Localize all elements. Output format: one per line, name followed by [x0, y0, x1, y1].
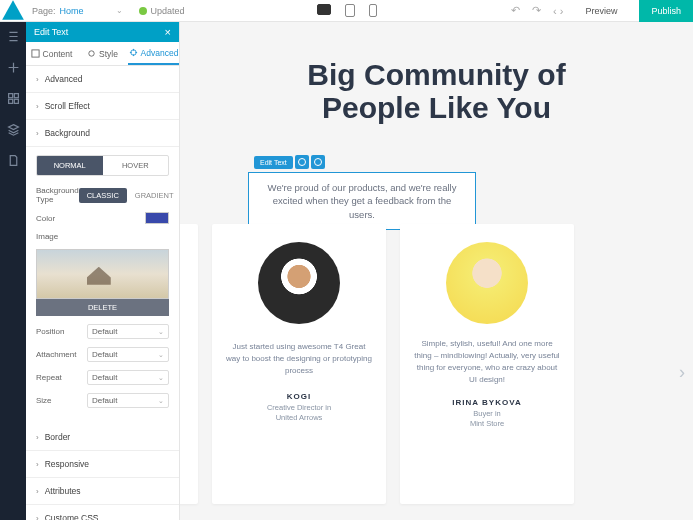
preview-button[interactable]: Preview	[575, 6, 627, 16]
testimonial-name: KOGI	[226, 392, 372, 401]
testimonial-name: NS	[180, 398, 184, 407]
position-select[interactable]: Default⌄	[87, 324, 169, 339]
section-custom-css[interactable]: ›Custome CSS	[26, 505, 179, 520]
tab-advanced[interactable]: Advanced	[128, 42, 179, 65]
left-rail	[0, 22, 26, 520]
testimonial-text: ers our design s to keep track of eryone…	[180, 338, 184, 386]
page-selector[interactable]: Page: Home ⌄	[26, 6, 129, 16]
section-responsive[interactable]: ›Responsive	[26, 451, 179, 478]
color-swatch[interactable]	[145, 212, 169, 224]
image-preview[interactable]	[36, 249, 169, 299]
gradient-button[interactable]: GRADIENT	[127, 188, 180, 203]
undo-icon[interactable]: ↶	[511, 4, 520, 17]
testimonial-role: Buyer in Mint Store	[414, 409, 560, 429]
repeat-label: Repeat	[36, 373, 62, 382]
tab-style[interactable]: Style	[77, 42, 128, 65]
app-logo[interactable]	[0, 0, 26, 22]
testimonial-text: Just started using awesome T4 Great way …	[226, 338, 372, 380]
panel-tabs: Content Style Advanced	[26, 42, 179, 66]
element-toolbar: Edit Text	[254, 155, 325, 169]
chevron-down-icon: ⌄	[158, 328, 164, 336]
repeat-select[interactable]: Default⌄	[87, 370, 169, 385]
chevron-down-icon: ⌄	[158, 351, 164, 359]
testimonial-card[interactable]: Just started using awesome T4 Great way …	[212, 224, 386, 504]
bgtype-label: Background Type	[36, 186, 79, 204]
desktop-device-button[interactable]	[317, 4, 331, 15]
grid-icon[interactable]	[7, 92, 20, 105]
svg-rect-3	[14, 99, 18, 103]
testimonial-card[interactable]: ers our design s to keep track of eryone…	[180, 224, 198, 504]
classic-button[interactable]: CLASSIC	[79, 188, 127, 203]
testimonial-text: Simple, stylish, useful! And one more th…	[414, 338, 560, 386]
svg-rect-4	[32, 50, 39, 57]
close-icon[interactable]: ×	[165, 26, 171, 38]
svg-rect-0	[8, 94, 12, 98]
background-controls: NORMAL HOVER Background Type CLASSIC GRA…	[26, 147, 179, 424]
tab-content[interactable]: Content	[26, 42, 77, 65]
publish-button[interactable]: Publish	[639, 0, 693, 22]
avatar	[258, 242, 340, 324]
edit-text-badge[interactable]: Edit Text	[254, 156, 293, 169]
testimonial-row: ers our design s to keep track of eryone…	[180, 224, 693, 520]
tablet-device-button[interactable]	[345, 4, 355, 17]
section-background[interactable]: ›Background	[26, 120, 179, 147]
section-advanced[interactable]: ›Advanced	[26, 66, 179, 93]
edit-panel: Edit Text × Content Style Advanced ›Adva…	[26, 22, 180, 520]
status-dot-icon	[139, 7, 147, 15]
element-options-icon[interactable]	[311, 155, 325, 169]
hover-state-button[interactable]: HOVER	[103, 156, 169, 175]
testimonial-name: IRINA BYKOVA	[414, 398, 560, 407]
selected-text-element[interactable]: We're proud of our products, and we're r…	[248, 172, 476, 230]
save-status: Updated	[139, 6, 185, 16]
image-label: Image	[36, 232, 58, 241]
layers-icon[interactable]	[7, 123, 20, 136]
device-switcher	[317, 4, 377, 17]
panel-title: Edit Text	[34, 27, 68, 37]
size-select[interactable]: Default⌄	[87, 393, 169, 408]
list-icon[interactable]	[7, 30, 20, 43]
element-drag-icon[interactable]	[295, 155, 309, 169]
history-nav-icon[interactable]: ‹ ›	[553, 5, 563, 17]
hero-title[interactable]: Big Community of People Like You	[200, 58, 673, 124]
avatar	[446, 242, 528, 324]
page-value: Home	[60, 6, 84, 16]
chevron-down-icon: ⌄	[158, 374, 164, 382]
svg-rect-2	[8, 99, 12, 103]
canvas[interactable]: Big Community of People Like You Edit Te…	[180, 22, 693, 520]
carousel-next-icon[interactable]: ›	[679, 362, 685, 383]
svg-rect-1	[14, 94, 18, 98]
svg-point-5	[89, 51, 94, 56]
testimonial-role: Creative Director in United Arrows	[226, 403, 372, 423]
page-label: Page:	[32, 6, 56, 16]
testimonial-card[interactable]: Simple, stylish, useful! And one more th…	[400, 224, 574, 504]
bgtype-pill: CLASSIC GRADIENT	[79, 188, 180, 203]
attachment-select[interactable]: Default⌄	[87, 347, 169, 362]
state-segmented: NORMAL HOVER	[36, 155, 169, 176]
page-icon[interactable]	[7, 154, 20, 167]
attachment-label: Attachment	[36, 350, 76, 359]
color-label: Color	[36, 214, 55, 223]
normal-state-button[interactable]: NORMAL	[37, 156, 103, 175]
hero-subtitle: We're proud of our products, and we're r…	[261, 181, 463, 221]
section-scroll-effect[interactable]: ›Scroll Effect	[26, 93, 179, 120]
section-attributes[interactable]: ›Attributes	[26, 478, 179, 505]
plus-icon[interactable]	[7, 61, 20, 74]
mobile-device-button[interactable]	[369, 4, 377, 17]
panel-header: Edit Text ×	[26, 22, 179, 42]
chevron-down-icon: ⌄	[158, 397, 164, 405]
testimonial-role: nbox	[180, 409, 184, 419]
delete-image-button[interactable]: DELETE	[36, 299, 169, 316]
chevron-down-icon: ⌄	[116, 6, 123, 15]
size-label: Size	[36, 396, 52, 405]
top-bar: Page: Home ⌄ Updated ↶ ↷ ‹ › Preview Pub…	[0, 0, 693, 22]
position-label: Position	[36, 327, 64, 336]
redo-icon[interactable]: ↷	[532, 4, 541, 17]
section-border[interactable]: ›Border	[26, 424, 179, 451]
hero-section: Big Community of People Like You	[180, 22, 693, 134]
status-text: Updated	[151, 6, 185, 16]
